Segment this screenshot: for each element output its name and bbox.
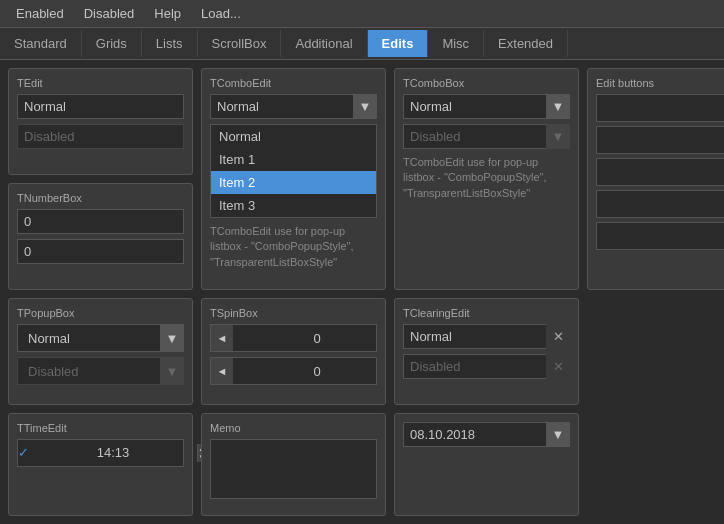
tspinbox-row-1: ◄ ►: [210, 324, 377, 352]
tspinbox-value-2[interactable]: [233, 364, 401, 379]
tcombo-edit-input[interactable]: [210, 94, 377, 119]
tab-grids[interactable]: Grids: [82, 30, 142, 57]
tpopup-disabled-label: Disabled: [28, 364, 79, 379]
tspinbox-left-2[interactable]: ◄: [211, 358, 233, 384]
ttime-input[interactable]: [29, 445, 197, 460]
tedit-panel: TEdit: [8, 68, 193, 175]
edit-btn-field-2[interactable]: [597, 159, 724, 185]
edit-buttons-panel: Edit buttons ✕ ↺ 🔍 ··· ▲: [587, 68, 724, 290]
ttime-title: TTimeEdit: [17, 422, 184, 434]
tab-scrollbox[interactable]: ScrollBox: [198, 30, 282, 57]
tpopup-normal-combo: Normal ▼: [17, 324, 184, 352]
tedit-disabled-input: [17, 124, 184, 149]
tcombobox-info: TComboEdit use for pop-up listbox - "Com…: [403, 155, 570, 201]
tpopup-normal-label: Normal: [28, 331, 70, 346]
tclearing-disabled-wrapper: ✕: [403, 354, 570, 379]
dropdown-item-2[interactable]: Item 2: [211, 171, 376, 194]
edit-btn-field-4[interactable]: [597, 223, 724, 249]
menubar: Enabled Disabled Help Load...: [0, 0, 724, 28]
tcombo-edit-title: TComboEdit: [210, 77, 377, 89]
tcombo-edit-dropdown: Normal Item 1 Item 2 Item 3: [210, 124, 377, 218]
dropdown-item-normal[interactable]: Normal: [211, 125, 376, 148]
tdate-wrapper: ▼: [403, 422, 570, 447]
tpopup-disabled-combo: Disabled ▼: [17, 357, 184, 385]
edit-btn-field-0[interactable]: [597, 95, 724, 121]
tab-misc[interactable]: Misc: [428, 30, 484, 57]
menu-help[interactable]: Help: [144, 2, 191, 25]
tab-extended[interactable]: Extended: [484, 30, 568, 57]
menu-disabled[interactable]: Disabled: [74, 2, 145, 25]
memo-panel: Memo: [201, 413, 386, 516]
tclearing-normal-wrapper: ✕: [403, 324, 570, 349]
tab-edits[interactable]: Edits: [368, 30, 429, 57]
tclearing-normal-clear[interactable]: ✕: [546, 324, 570, 349]
tcombobox-disabled-arrow: ▼: [546, 124, 570, 149]
tclearing-normal-input[interactable]: [403, 324, 570, 349]
ttime-panel: TTimeEdit ✓ ▲ ▼: [8, 413, 193, 516]
memo-textarea[interactable]: [210, 439, 377, 499]
tclearing-panel: TClearingEdit ✕ ✕: [394, 298, 579, 404]
tspinbox-left-1[interactable]: ◄: [211, 325, 233, 351]
tab-lists[interactable]: Lists: [142, 30, 198, 57]
tnumber-input-1[interactable]: [17, 209, 184, 234]
menu-load[interactable]: Load...: [191, 2, 251, 25]
tcombobox-panel: TComboBox ▼ ▼ TComboEdit use for pop-up …: [394, 68, 579, 290]
tpopup-title: TPopupBox: [17, 307, 184, 319]
tcombobox-title: TComboBox: [403, 77, 570, 89]
tclearing-disabled-clear: ✕: [546, 354, 570, 379]
tpopup-disabled-arrow: ▼: [160, 357, 184, 385]
tpopup-normal-btn[interactable]: Normal: [17, 324, 184, 352]
main-content: TEdit TComboEdit ▼ Normal Item 1 Item 2 …: [0, 60, 724, 524]
tnumber-title: TNumberBox: [17, 192, 184, 204]
tdate-arrow[interactable]: ▼: [546, 422, 570, 447]
tdate-panel: ▼: [394, 413, 579, 516]
edit-btn-row-2: 🔍: [596, 158, 724, 186]
tpopup-disabled-btn: Disabled: [17, 357, 184, 385]
tclearing-title: TClearingEdit: [403, 307, 570, 319]
tcombobox-normal-input[interactable]: [403, 94, 570, 119]
ttime-wrapper: ✓ ▲ ▼: [17, 439, 184, 467]
tpopup-normal-arrow[interactable]: ▼: [160, 324, 184, 352]
tcombo-edit-panel: TComboEdit ▼ Normal Item 1 Item 2 Item 3…: [201, 68, 386, 290]
tabbar: Standard Grids Lists ScrollBox Additiona…: [0, 28, 724, 60]
tcombobox-disabled-combo: ▼: [403, 124, 570, 149]
tab-standard[interactable]: Standard: [0, 30, 82, 57]
tcombo-edit-info: TComboEdit use for pop-up listbox - "Com…: [210, 224, 377, 270]
tcombobox-normal-combo: ▼: [403, 94, 570, 119]
menu-enabled[interactable]: Enabled: [6, 2, 74, 25]
tclearing-disabled-input: [403, 354, 570, 379]
tcombo-edit-combo: ▼: [210, 94, 377, 119]
tspinbox-value-1[interactable]: [233, 331, 401, 346]
edit-buttons-list: ✕ ↺ 🔍 ··· ▲ ▼: [596, 94, 724, 250]
tspinbox-title: TSpinBox: [210, 307, 377, 319]
tedit-normal-input[interactable]: [17, 94, 184, 119]
ttime-checkbox[interactable]: ✓: [18, 440, 29, 466]
tpopup-panel: TPopupBox Normal ▼ Disabled ▼: [8, 298, 193, 404]
tab-additional[interactable]: Additional: [281, 30, 367, 57]
tdate-input[interactable]: [403, 422, 570, 447]
dropdown-item-1[interactable]: Item 1: [211, 148, 376, 171]
memo-title: Memo: [210, 422, 377, 434]
edit-btn-row-4: ▲ ▼: [596, 222, 724, 250]
tspinbox-row-2: ◄ ►: [210, 357, 377, 385]
tnumber-input-2[interactable]: [17, 239, 184, 264]
tedit-title: TEdit: [17, 77, 184, 89]
edit-btn-field-1[interactable]: [597, 127, 724, 153]
dropdown-item-3[interactable]: Item 3: [211, 194, 376, 217]
edit-btn-field-3[interactable]: [597, 191, 724, 217]
edit-btn-row-1: ↺: [596, 126, 724, 154]
tcombobox-disabled-input: [403, 124, 570, 149]
edit-btn-row-0: ✕: [596, 94, 724, 122]
edit-btn-row-3: ···: [596, 190, 724, 218]
tcombo-edit-arrow[interactable]: ▼: [353, 94, 377, 119]
edit-buttons-title: Edit buttons: [596, 77, 724, 89]
tspinbox-panel: TSpinBox ◄ ► ◄ ►: [201, 298, 386, 404]
tcombobox-normal-arrow[interactable]: ▼: [546, 94, 570, 119]
tnumber-panel: TNumberBox: [8, 183, 193, 290]
